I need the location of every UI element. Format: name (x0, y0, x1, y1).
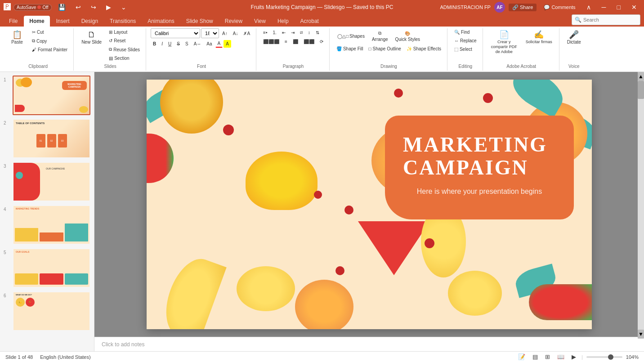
section-button[interactable]: ▤ Section (107, 54, 142, 62)
layout-button[interactable]: ⊞ Layout (107, 28, 142, 36)
dictate-button[interactable]: 🎤 Dictate (564, 28, 584, 47)
tab-view[interactable]: View (249, 16, 271, 27)
slide-thumb-4[interactable]: 4 MARKETING TRENDS (4, 205, 90, 245)
highlight-button[interactable]: A (224, 40, 231, 48)
tab-animations[interactable]: Animations (142, 16, 179, 27)
underline-button[interactable]: U (166, 40, 174, 48)
slide-thumb-3[interactable]: 3 OUR CAMPAIGNS (4, 162, 90, 201)
title-box[interactable]: MARKETING CAMPAIGN Here is where your pr… (385, 116, 574, 219)
scroll-v[interactable]: ▲ ▼ (638, 72, 644, 339)
search-input[interactable] (583, 17, 637, 22)
slide-img-6[interactable]: WHAT DO WE DO? 🍋 🍓 (13, 291, 90, 331)
font-family-select[interactable]: Calibri (151, 28, 200, 38)
ribbon-search-bar[interactable]: 🔍 (572, 14, 640, 25)
undo-button[interactable]: ↩ (72, 3, 85, 12)
reset-button[interactable]: ↺ Reset (107, 37, 142, 45)
numbering-button[interactable]: 1. (270, 29, 278, 36)
view-slideshow[interactable]: ▶ (570, 353, 578, 361)
maximize-button[interactable]: □ (613, 3, 624, 12)
increase-indent-button[interactable]: ⇥ (289, 29, 297, 36)
copy-button[interactable]: ⧉ Copy (30, 37, 70, 45)
slide-thumb-5[interactable]: 5 OUR GOALS (4, 248, 90, 288)
find-button[interactable]: 🔍 Find (452, 28, 472, 36)
view-normal[interactable]: ▤ (531, 353, 540, 361)
slide-img-2[interactable]: TABLE OF CONTENTS 01 02 03 (13, 119, 90, 158)
minimize-button[interactable]: ─ (598, 3, 610, 12)
save-button[interactable]: 💾 (54, 3, 69, 12)
tab-transitions[interactable]: Transitions (104, 16, 141, 27)
increase-font-button[interactable]: A↑ (220, 30, 230, 37)
align-left-button[interactable]: ⬛⬛⬛ (261, 38, 282, 45)
replace-button[interactable]: ↔ Replace (452, 37, 479, 45)
tab-acrobat[interactable]: Acrobat (295, 16, 324, 27)
customize-qat[interactable]: ⌄ (117, 3, 130, 12)
slide-thumb-6[interactable]: 6 WHAT DO WE DO? 🍋 🍓 (4, 291, 90, 331)
view-reading[interactable]: 📖 (555, 353, 566, 361)
tab-slideshow[interactable]: Slide Show (181, 16, 219, 27)
tab-home[interactable]: Home (24, 16, 49, 27)
slide-img-3[interactable]: OUR CAMPAIGNS (13, 162, 90, 201)
quick-styles-button[interactable]: 🎨 Quick Styles (392, 29, 424, 44)
slide-img-5[interactable]: OUR GOALS (13, 248, 90, 288)
text-direction-button[interactable]: ⇅ (313, 29, 322, 36)
shapes-button[interactable]: ◯△□ Shapes (334, 31, 368, 41)
slide-thumb-1[interactable]: 1 MARKETINGCAMPAIGN (4, 76, 90, 115)
justify-button[interactable]: ⬛⬛ (301, 38, 317, 45)
shape-effects-button[interactable]: ✨ Shape Effects (404, 45, 443, 53)
slide-thumb-2[interactable]: 2 TABLE OF CONTENTS 01 02 03 (4, 119, 90, 158)
font-row1: Calibri 18 A↑ A↓ ✗A (151, 28, 252, 38)
share-button[interactable]: 🔗 Share (509, 4, 537, 11)
close-button[interactable]: ✕ (628, 3, 640, 12)
tab-review[interactable]: Review (219, 16, 248, 27)
tab-file[interactable]: File (4, 16, 23, 27)
font-size-select[interactable]: 18 (201, 28, 219, 38)
tab-help[interactable]: Help (272, 16, 294, 27)
redo-button[interactable]: ↪ (87, 3, 100, 12)
ribbon-collapse[interactable]: ∧ (583, 3, 595, 12)
view-slidesorter[interactable]: ⊞ (543, 353, 552, 361)
strikethrough-button[interactable]: S (174, 40, 182, 48)
select-button[interactable]: ⬚ Select (452, 45, 474, 53)
decrease-font-button[interactable]: A↓ (231, 30, 241, 37)
char-spacing-button[interactable]: A↔ (192, 40, 204, 48)
smartart-convert-button[interactable]: ⟳ (318, 38, 326, 45)
autosave-toggle[interactable]: AutoSave Off (13, 4, 52, 11)
avatar[interactable]: AF (494, 2, 505, 13)
change-case-button[interactable]: Aa (204, 40, 214, 48)
shape-outline-button[interactable]: □ Shape Outline (366, 45, 403, 53)
decrease-indent-button[interactable]: ⇤ (280, 29, 288, 36)
bold-button[interactable]: B (151, 40, 158, 48)
font-color-button[interactable]: A (215, 40, 223, 48)
format-painter-button[interactable]: 🖌 Format Painter (30, 46, 70, 54)
cut-button[interactable]: ✂ Cut (30, 28, 70, 36)
tab-insert[interactable]: Insert (51, 16, 75, 27)
shadow-button[interactable]: S‌ (183, 40, 191, 48)
slide-img-4[interactable]: MARKETING TRENDS (13, 205, 90, 245)
align-center-button[interactable]: ≡ (282, 38, 290, 45)
present-button[interactable]: ▶ (103, 3, 115, 12)
create-pdf-button[interactable]: 📄 Crear y compartir PDF de Adobe (487, 28, 521, 56)
arrange-button[interactable]: ⧉ Arrange (369, 28, 391, 44)
title-bar-center: Fruits Marketing Campaign — Slidesgo — S… (251, 4, 394, 10)
comments-button[interactable]: 💬 Comments (540, 4, 579, 11)
notes-toggle[interactable]: 📝 (516, 353, 527, 361)
new-slide-button[interactable]: 🗋 New Slide (78, 28, 105, 47)
reuse-slides-button[interactable]: ⧉ Reuse Slides (107, 45, 142, 54)
zoom-thumb[interactable] (608, 354, 613, 360)
bullets-button[interactable]: ≡• (261, 29, 269, 36)
zoom-slider[interactable] (586, 356, 622, 358)
slide-img-1[interactable]: MARKETINGCAMPAIGN (13, 76, 90, 115)
line-spacing-button[interactable]: ↕ (306, 29, 313, 36)
clear-format-button[interactable]: ✗A (241, 30, 252, 37)
align-right-button[interactable]: ⬛ (291, 38, 300, 45)
notes-bar[interactable]: Click to add notes (94, 337, 644, 351)
italic-button[interactable]: I (159, 40, 165, 48)
powerpoint-logo: 🅿 (4, 3, 11, 11)
columns-button[interactable]: ⧄ (298, 28, 305, 36)
shape-fill-button[interactable]: 🪣 Shape Fill (334, 45, 365, 53)
tab-design[interactable]: Design (76, 16, 103, 27)
paste-button[interactable]: 📋 Paste (6, 28, 28, 47)
slide-canvas-wrap[interactable]: MARKETING CAMPAIGN Here is where your pr… (94, 72, 644, 337)
slide-main[interactable]: MARKETING CAMPAIGN Here is where your pr… (147, 80, 592, 329)
request-sig-button[interactable]: ✍ Solicitar firmas (523, 28, 555, 46)
